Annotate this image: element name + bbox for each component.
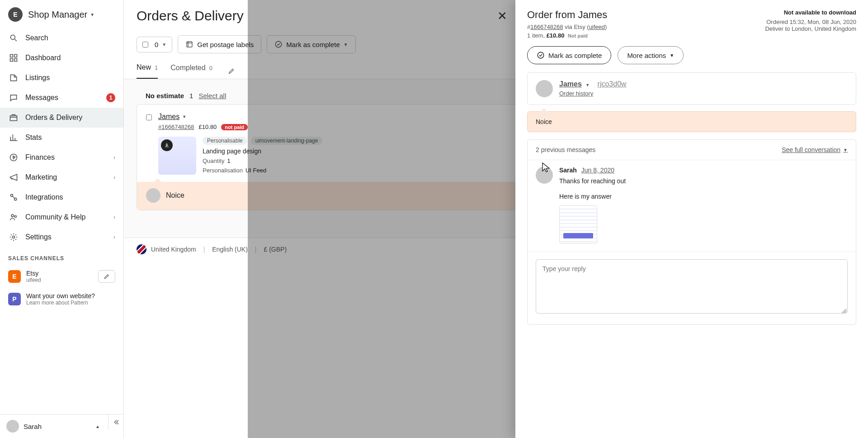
buyer-note-banner: Noice — [527, 111, 856, 132]
svg-line-1 — [15, 39, 17, 41]
footer-region[interactable]: United Kingdom — [151, 246, 196, 253]
sidebar-item-stats[interactable]: Stats — [0, 128, 123, 148]
chip-personalisable: Personalisable — [203, 137, 247, 145]
svg-point-10 — [11, 214, 14, 217]
shop-avatar: E — [8, 7, 23, 22]
chevron-down-icon: ▼ — [162, 42, 166, 47]
channel-pattern[interactable]: P Want your own website? Learn more abou… — [0, 288, 123, 310]
note-text: Noice — [536, 118, 552, 125]
community-icon — [8, 212, 19, 223]
svg-rect-5 — [14, 59, 17, 62]
buyer-handle-link[interactable]: rjco3d0w — [598, 80, 627, 88]
buyer-name-link[interactable]: James — [559, 80, 582, 88]
shop-switcher[interactable]: E Shop Manager ▼ — [0, 0, 123, 28]
chevron-right-icon: › — [113, 154, 115, 161]
button-label: Mark as complete — [548, 52, 602, 59]
integrations-icon — [8, 192, 19, 203]
svg-rect-13 — [187, 42, 192, 47]
svg-rect-3 — [14, 55, 17, 57]
button-label: More actions — [627, 52, 666, 59]
sidebar-item-finances[interactable]: Finances › — [0, 148, 123, 167]
items-line: 1 item, — [527, 32, 545, 39]
shop-link[interactable]: uifeed — [589, 24, 605, 30]
order-checkbox[interactable] — [146, 114, 152, 120]
sales-channels-header: SALES CHANNELS — [0, 247, 123, 265]
sidebar-item-messages[interactable]: Messages 1 — [0, 88, 123, 108]
sidebar-item-community[interactable]: Community & Help › — [0, 207, 123, 227]
order-history-link[interactable]: Order history — [559, 90, 593, 97]
via-text: via Etsy ( — [563, 24, 589, 30]
sidebar-item-integrations[interactable]: Integrations — [0, 187, 123, 207]
pattern-headline: Want your own website? — [26, 292, 95, 300]
qty-label: Quantity — [203, 157, 224, 164]
uk-flag-icon — [137, 244, 146, 254]
settings-icon — [8, 232, 19, 243]
footer-language[interactable]: English (UK) — [212, 246, 248, 253]
finances-icon — [8, 152, 19, 163]
select-all-link[interactable]: Select all — [198, 92, 226, 100]
sidebar-item-orders[interactable]: Orders & Delivery — [0, 108, 123, 128]
etsy-square-icon: E — [8, 270, 21, 283]
tab-new[interactable]: New 1 — [137, 63, 158, 79]
channel-etsy[interactable]: E Etsy uifeed — [0, 265, 123, 288]
see-full-conversation-link[interactable]: See full conversation ▼ — [782, 146, 848, 153]
ordered-timestamp: Ordered 15:32, Mon, 08 Jun, 2020 — [765, 19, 856, 25]
chevron-right-icon: › — [113, 174, 115, 181]
mark-complete-pill[interactable]: Mark as complete — [527, 46, 611, 64]
search-icon — [8, 33, 19, 43]
close-drawer-button[interactable]: ✕ — [497, 9, 510, 22]
edit-tabs-button[interactable] — [228, 67, 235, 75]
sidebar-item-label: Stats — [25, 133, 115, 142]
buyer-panel: James ▼ rjco3d0w Order history — [527, 72, 856, 105]
message-attachment-thumbnail[interactable] — [559, 205, 597, 243]
edit-channel-button[interactable] — [98, 270, 115, 283]
item-thumbnail[interactable] — [158, 137, 196, 175]
order-detail-drawer: ✕ Order from James #1666748268 via Etsy … — [515, 0, 868, 438]
note-text: Noice — [166, 191, 184, 200]
tab-count: 1 — [155, 64, 158, 71]
stats-icon — [8, 132, 19, 143]
svg-point-0 — [10, 35, 15, 39]
svg-point-11 — [14, 215, 16, 217]
messages-panel: 2 previous messages See full conversatio… — [527, 139, 856, 325]
pers-label: Personalisation — [203, 167, 243, 174]
drawer-title: Order from James — [527, 9, 607, 21]
not-paid-text: Not paid — [568, 33, 588, 38]
sidebar-item-settings[interactable]: Settings › — [0, 227, 123, 247]
chevron-down-icon: ▼ — [182, 114, 186, 119]
sidebar-item-label: Integrations — [25, 193, 115, 201]
collapse-sidebar-button[interactable] — [108, 414, 123, 430]
chevron-right-icon: › — [113, 214, 115, 220]
button-label: Get postage labels — [197, 41, 254, 48]
tab-completed[interactable]: Completed 0 — [170, 64, 212, 78]
reply-textarea[interactable] — [536, 259, 848, 314]
order-total: £10.80 — [547, 32, 565, 39]
order-id-link[interactable]: 1666748268 — [530, 24, 563, 30]
order-price: £10.80 — [199, 124, 217, 130]
chevron-down-icon: ▼ — [90, 12, 94, 17]
sidebar-item-marketing[interactable]: Marketing › — [0, 167, 123, 187]
buyer-name: James — [158, 113, 179, 121]
user-name[interactable]: Sarah — [24, 423, 95, 430]
resize-handle-icon[interactable] — [840, 308, 846, 314]
message-line-1: Thanks for reaching out — [559, 177, 848, 185]
sidebar-item-listings[interactable]: Listings — [0, 68, 123, 88]
messages-icon — [8, 92, 19, 103]
message-date-link[interactable]: Jun 8, 2020 — [581, 167, 614, 174]
select-all-checkbox[interactable] — [142, 42, 148, 48]
sender-name: Sarah — [559, 167, 577, 174]
buyer-avatar — [146, 188, 160, 203]
sidebar-item-label: Listings — [25, 74, 115, 82]
shop-title: Shop Manager — [28, 10, 87, 20]
sidebar-item-search[interactable]: Search — [0, 28, 123, 48]
sidebar-item-dashboard[interactable]: Dashboard — [0, 48, 123, 68]
order-number-link[interactable]: #1666748268 — [158, 124, 194, 130]
sidebar-footer: Sarah ▲ — [0, 414, 123, 438]
channel-shop-slug: uifeed — [26, 277, 41, 283]
unread-badge: 1 — [106, 93, 115, 102]
pattern-square-icon: P — [8, 293, 21, 305]
deliver-to: Deliver to London, United Kingdom — [765, 25, 856, 32]
sidebar-item-label: Community & Help — [25, 213, 113, 221]
select-all-dropdown[interactable]: 0 ▼ — [137, 37, 172, 52]
more-actions-pill[interactable]: More actions ▼ — [618, 46, 684, 64]
